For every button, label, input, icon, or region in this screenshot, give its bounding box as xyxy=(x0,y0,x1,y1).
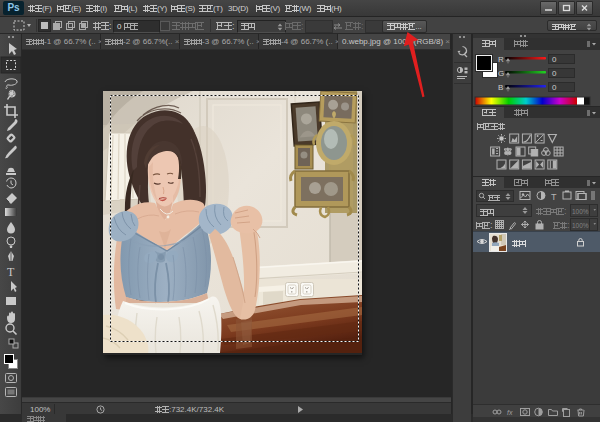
svg-text:fx: fx xyxy=(507,409,513,416)
svg-text:T: T xyxy=(551,192,557,202)
svg-text:0: 0 xyxy=(552,69,557,78)
svg-text:G: G xyxy=(498,69,504,78)
svg-text:T: T xyxy=(7,265,15,279)
svg-text:B: B xyxy=(498,83,503,92)
svg-text:0: 0 xyxy=(552,55,557,64)
svg-text:0: 0 xyxy=(552,83,557,92)
svg-text:R: R xyxy=(498,55,504,64)
